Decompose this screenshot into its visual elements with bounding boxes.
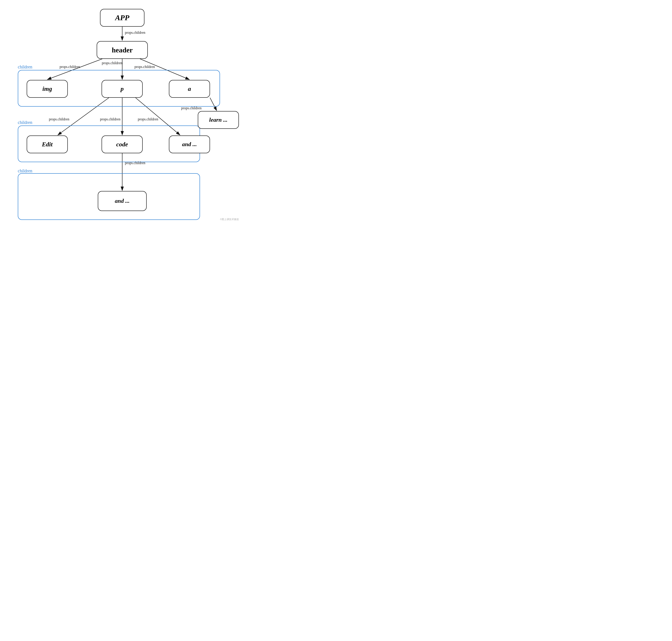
edge-label-header-img: props.children — [59, 65, 80, 69]
node-code-label: code — [116, 141, 128, 148]
node-and2-label: and ... — [115, 198, 130, 204]
edge-label-p-and1: props.children — [138, 117, 158, 121]
node-app: APP — [100, 9, 145, 27]
node-and1: and ... — [169, 136, 210, 153]
node-img: img — [27, 80, 68, 98]
node-p-label: p — [121, 85, 124, 92]
edge-label-app-header: props.children — [125, 31, 145, 35]
edge-label-p-edit: props.children — [49, 117, 69, 121]
edge-label-header-a: props.children — [134, 65, 155, 69]
node-header-label: header — [112, 46, 133, 54]
node-app-label: APP — [115, 14, 129, 22]
container-label-children3: children — [18, 168, 32, 174]
node-a: a — [169, 80, 210, 98]
edge-label-p-code: props.children — [100, 117, 120, 121]
diagram: children children children APP header im… — [4, 4, 240, 222]
node-a-label: a — [188, 85, 191, 92]
node-edit-label: Edit — [42, 141, 52, 148]
node-edit: Edit — [27, 136, 68, 153]
node-header: header — [97, 41, 148, 59]
node-and2: and ... — [98, 191, 147, 211]
container-label-children1: children — [18, 65, 32, 69]
node-and1-label: and ... — [182, 141, 197, 148]
node-img-label: img — [42, 85, 52, 92]
edge-label-header-p: props.children — [102, 61, 122, 65]
node-p: p — [102, 80, 143, 98]
node-code: code — [102, 136, 143, 153]
container-label-children2: children — [18, 120, 32, 125]
watermark: ©图上课技术频道 — [220, 218, 239, 221]
node-learn-label: learn ... — [209, 117, 227, 123]
edge-label-code-and2: props.children — [125, 161, 145, 165]
node-learn: learn ... — [198, 111, 239, 129]
edge-label-a-learn: props.children — [181, 106, 202, 110]
